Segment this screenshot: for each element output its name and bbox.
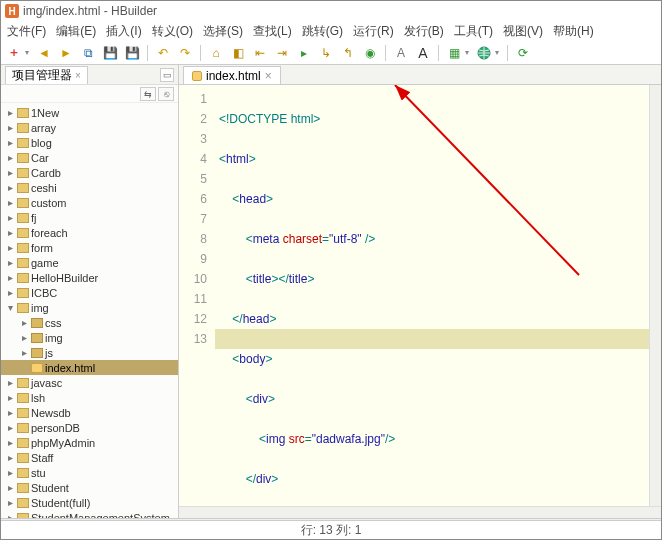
bookmark-icon[interactable]: ◧ bbox=[231, 46, 245, 60]
tree-item[interactable]: ▸Student bbox=[1, 480, 178, 495]
twisty-icon[interactable]: ▸ bbox=[5, 452, 15, 463]
tree-item[interactable]: ▸game bbox=[1, 255, 178, 270]
menu-goto[interactable]: 跳转(G) bbox=[302, 23, 343, 40]
menu-publish[interactable]: 发行(B) bbox=[404, 23, 444, 40]
twisty-icon[interactable]: ▸ bbox=[5, 407, 15, 418]
indent-icon[interactable]: ⇥ bbox=[275, 46, 289, 60]
saveall-icon[interactable]: 💾 bbox=[125, 46, 139, 60]
tree-item[interactable]: ▸lsh bbox=[1, 390, 178, 405]
tree-item-label: array bbox=[31, 122, 56, 134]
twisty-icon[interactable]: ▸ bbox=[5, 287, 15, 298]
proj-icon bbox=[17, 108, 29, 118]
twisty-icon[interactable]: ▸ bbox=[5, 182, 15, 193]
tree-item[interactable]: ▸custom bbox=[1, 195, 178, 210]
tree-item[interactable]: index.html bbox=[1, 360, 178, 375]
back-icon[interactable]: ◄ bbox=[37, 46, 51, 60]
stepin-icon[interactable]: ↳ bbox=[319, 46, 333, 60]
close-icon[interactable]: × bbox=[75, 70, 81, 81]
tree-item[interactable]: ▸Newsdb bbox=[1, 405, 178, 420]
tree-item[interactable]: ▸Student(full) bbox=[1, 495, 178, 510]
explorer-tab[interactable]: 项目管理器 × bbox=[5, 66, 88, 84]
horizontal-scrollbar[interactable] bbox=[179, 506, 661, 518]
tree-item[interactable]: ▸1New bbox=[1, 105, 178, 120]
twisty-icon[interactable]: ▸ bbox=[5, 392, 15, 403]
sync-icon[interactable]: ⟳ bbox=[516, 46, 530, 60]
twisty-icon[interactable]: ▸ bbox=[5, 422, 15, 433]
undo-icon[interactable]: ↶ bbox=[156, 46, 170, 60]
twisty-icon[interactable]: ▸ bbox=[5, 242, 15, 253]
minimize-icon[interactable]: ▭ bbox=[160, 68, 174, 82]
twisty-icon[interactable]: ▸ bbox=[5, 212, 15, 223]
forward-icon[interactable]: ► bbox=[59, 46, 73, 60]
menu-select[interactable]: 选择(S) bbox=[203, 23, 243, 40]
project-tree[interactable]: ▸1New▸array▸blog▸Car▸Cardb▸ceshi▸custom▸… bbox=[1, 103, 178, 518]
tree-item[interactable]: ▸HelloHBuilder bbox=[1, 270, 178, 285]
tree-item[interactable]: ▸ICBC bbox=[1, 285, 178, 300]
twisty-icon[interactable]: ▸ bbox=[5, 467, 15, 478]
editor-tab-index[interactable]: index.html × bbox=[183, 66, 281, 84]
twisty-icon[interactable]: ▸ bbox=[5, 152, 15, 163]
twisty-icon[interactable]: ▸ bbox=[5, 197, 15, 208]
menu-escape[interactable]: 转义(O) bbox=[152, 23, 193, 40]
twisty-icon[interactable]: ▸ bbox=[5, 122, 15, 133]
menu-run[interactable]: 运行(R) bbox=[353, 23, 394, 40]
tree-item[interactable]: ▸fj bbox=[1, 210, 178, 225]
twisty-icon[interactable]: ▸ bbox=[19, 332, 29, 343]
close-icon[interactable]: × bbox=[265, 69, 272, 83]
menu-insert[interactable]: 插入(I) bbox=[106, 23, 141, 40]
tree-item[interactable]: ▸array bbox=[1, 120, 178, 135]
twisty-icon[interactable]: ▸ bbox=[19, 317, 29, 328]
source-code[interactable]: <!DOCTYPE html> <html> <head> <meta char… bbox=[215, 85, 661, 506]
tree-item[interactable]: ▾img bbox=[1, 300, 178, 315]
play-icon[interactable]: ▸ bbox=[297, 46, 311, 60]
twisty-icon[interactable]: ▸ bbox=[5, 377, 15, 388]
tree-item[interactable]: ▸blog bbox=[1, 135, 178, 150]
tree-item[interactable]: ▸css bbox=[1, 315, 178, 330]
tree-item[interactable]: ▸stu bbox=[1, 465, 178, 480]
twisty-icon[interactable]: ▸ bbox=[5, 137, 15, 148]
tree-item[interactable]: ▸form bbox=[1, 240, 178, 255]
menu-find[interactable]: 查找(L) bbox=[253, 23, 292, 40]
fontdown-icon[interactable]: A bbox=[394, 46, 408, 60]
collapse-all-icon[interactable]: ⇆ bbox=[140, 87, 156, 101]
tree-item[interactable]: ▸Staff bbox=[1, 450, 178, 465]
twisty-icon[interactable]: ▸ bbox=[5, 107, 15, 118]
stop-icon[interactable]: ◉ bbox=[363, 46, 377, 60]
tree-item[interactable]: ▸javasc bbox=[1, 375, 178, 390]
twisty-icon[interactable]: ▸ bbox=[5, 227, 15, 238]
code-editor[interactable]: 12345678910111213 <!DOCTYPE html> <html>… bbox=[179, 85, 661, 506]
tree-item[interactable]: ▸StudentManagementSystem bbox=[1, 510, 178, 518]
tree-item[interactable]: ▸Cardb bbox=[1, 165, 178, 180]
twisty-icon[interactable]: ▾ bbox=[5, 302, 15, 313]
twisty-icon[interactable]: ▸ bbox=[5, 257, 15, 268]
fontup-icon[interactable]: A bbox=[416, 46, 430, 60]
menu-file[interactable]: 文件(F) bbox=[7, 23, 46, 40]
tree-item[interactable]: ▸ceshi bbox=[1, 180, 178, 195]
tree-item[interactable]: ▸phpMyAdmin bbox=[1, 435, 178, 450]
preview-image-icon[interactable]: ▦ bbox=[447, 46, 461, 60]
home-icon[interactable]: ⌂ bbox=[209, 46, 223, 60]
outdent-icon[interactable]: ⇤ bbox=[253, 46, 267, 60]
tree-item[interactable]: ▸js bbox=[1, 345, 178, 360]
new-icon[interactable]: ＋ bbox=[7, 46, 21, 60]
redo-icon[interactable]: ↷ bbox=[178, 46, 192, 60]
menu-view[interactable]: 视图(V) bbox=[503, 23, 543, 40]
twisty-icon[interactable]: ▸ bbox=[5, 272, 15, 283]
open-icon[interactable]: ⧉ bbox=[81, 46, 95, 60]
save-icon[interactable]: 💾 bbox=[103, 46, 117, 60]
twisty-icon[interactable]: ▸ bbox=[5, 437, 15, 448]
twisty-icon[interactable]: ▸ bbox=[5, 497, 15, 508]
link-editor-icon[interactable]: ⎋ bbox=[158, 87, 174, 101]
twisty-icon[interactable]: ▸ bbox=[5, 167, 15, 178]
menu-help[interactable]: 帮助(H) bbox=[553, 23, 594, 40]
menu-edit[interactable]: 编辑(E) bbox=[56, 23, 96, 40]
stepout-icon[interactable]: ↰ bbox=[341, 46, 355, 60]
tree-item[interactable]: ▸img bbox=[1, 330, 178, 345]
preview-browser-icon[interactable] bbox=[477, 46, 491, 60]
twisty-icon[interactable]: ▸ bbox=[5, 482, 15, 493]
tree-item[interactable]: ▸personDB bbox=[1, 420, 178, 435]
tree-item[interactable]: ▸foreach bbox=[1, 225, 178, 240]
menu-tools[interactable]: 工具(T) bbox=[454, 23, 493, 40]
tree-item[interactable]: ▸Car bbox=[1, 150, 178, 165]
twisty-icon[interactable]: ▸ bbox=[19, 347, 29, 358]
